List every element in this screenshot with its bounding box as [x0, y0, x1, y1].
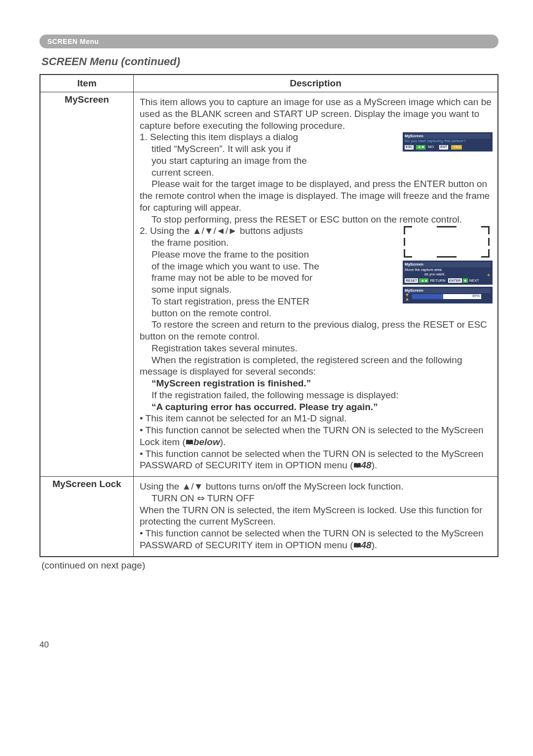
text: “MyScreen registration is finished.”: [140, 378, 311, 388]
text: button on the remote control.: [140, 308, 271, 318]
text: 2. Using the ▲/▼/◄/► buttons adjusts: [140, 226, 303, 236]
hourglass-icon: ▼▲: [405, 293, 410, 301]
fig2-title: MyScreen: [405, 262, 491, 267]
fig2-next: NEXT: [469, 278, 479, 283]
item-myscreen-lock: MyScreen Lock: [40, 477, 134, 557]
fig1-title: MyScreen: [405, 134, 491, 139]
text: frame may not be able to be moved for: [140, 272, 312, 283]
fig1-ent: ENT: [439, 145, 448, 149]
dialog-confirm-figure: MyScreen Do you start capturing this pic…: [403, 132, 493, 151]
text: To start registration, press the ENTER: [140, 296, 309, 306]
text: 1. Selecting this item displays a dialog: [140, 132, 298, 142]
fig3-title: MyScreen: [405, 288, 491, 293]
text: This item allows you to capture an image…: [140, 97, 492, 131]
desc-myscreen: This item allows you to capture an image…: [134, 92, 498, 477]
text: TURN ON ⇔ TURN OFF: [140, 493, 255, 503]
text: When the TURN ON is selected, the item M…: [140, 505, 482, 527]
text: If the registration failed, the followin…: [140, 390, 399, 400]
text: current screen.: [140, 167, 214, 178]
header-pill: SCREEN Menu: [39, 35, 498, 48]
progress-dialog: MyScreen ▼▲ 45%: [403, 287, 493, 303]
ref: 48: [361, 460, 372, 470]
fig2-l2: as you want.: [405, 272, 445, 277]
continued-note: (continued on next page): [41, 560, 498, 571]
text: ).: [372, 460, 378, 470]
fig1-question: Do you start capturing this picture?: [405, 139, 491, 144]
text: the frame position.: [140, 237, 228, 248]
text: Registration takes several minutes.: [140, 343, 298, 353]
capture-figures: MyScreen Move the capture area as you wa…: [403, 225, 493, 303]
text: “A capturing error has occurred. Please …: [140, 402, 378, 412]
desc-myscreen-lock: Using the ▲/▼ buttons turns on/off the M…: [134, 477, 498, 557]
capture-frame-icon: [403, 225, 491, 259]
manual-ref-icon: [186, 439, 193, 446]
fig1-no: NO: [428, 145, 434, 149]
move-area-dialog: MyScreen Move the capture area as you wa…: [403, 261, 493, 285]
text: To stop performing, press the RESET or E…: [140, 214, 462, 225]
item-myscreen: MyScreen: [40, 92, 134, 477]
text: ).: [220, 437, 226, 447]
menu-table: Item Description MyScreen This item allo…: [39, 74, 498, 557]
text: • This function cannot be selected when …: [140, 449, 484, 471]
arrow-icon: ✦: [487, 272, 491, 278]
text: Please move the frame to the position: [140, 249, 309, 260]
header-pill-text: SCREEN Menu: [47, 38, 99, 45]
ref: 48: [361, 540, 372, 550]
fig2-return: RETURN: [430, 278, 445, 283]
col-item: Item: [40, 75, 134, 92]
text: To restore the screen and return to the …: [140, 319, 487, 341]
text: titled “MyScreen”. It will ask you if: [140, 144, 291, 154]
fig2-reset: RESET: [405, 278, 418, 283]
text: Using the ▲/▼ buttons turns on/off the M…: [140, 481, 404, 491]
text: When the registration is completed, the …: [140, 355, 462, 377]
table-row: MyScreen Lock Using the ▲/▼ buttons turn…: [40, 477, 498, 557]
fig3-pct: 45%: [472, 294, 480, 299]
ref: below: [193, 437, 220, 447]
fig1-esc: ESC: [405, 145, 414, 149]
page-number: 40: [39, 640, 498, 650]
text: you start capturing an image from the: [140, 155, 307, 166]
fig2-l1: Move the capture area: [405, 267, 491, 272]
fig2-enter: ENTER: [448, 278, 462, 283]
col-desc: Description: [134, 75, 498, 92]
table-row: MyScreen This item allows you to capture…: [40, 92, 498, 477]
text: of the image which you want to use. The: [140, 261, 319, 271]
text: some input signals.: [140, 284, 232, 295]
text: • This function cannot be selected when …: [140, 528, 484, 550]
manual-ref-icon: [353, 462, 361, 469]
page-title: SCREEN Menu (continued): [41, 55, 498, 68]
manual-ref-icon: [353, 542, 361, 549]
text: ).: [372, 540, 378, 550]
text: Please wait for the target image to be d…: [140, 179, 490, 213]
text: • This item cannot be selected for an M1…: [140, 413, 346, 423]
